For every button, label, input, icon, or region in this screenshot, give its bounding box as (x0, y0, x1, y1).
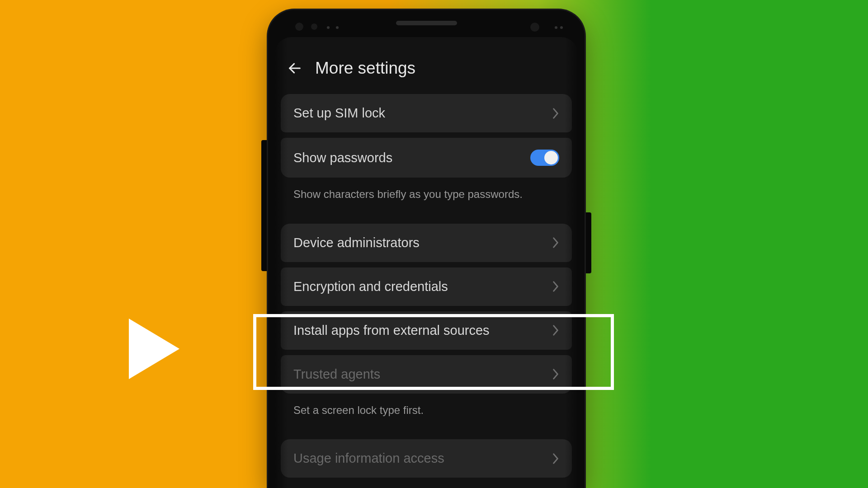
chevron-right-icon (552, 324, 559, 336)
phone-power-button (585, 212, 591, 273)
chevron-right-icon (552, 281, 559, 292)
setting-group: Usage information access (281, 439, 572, 478)
settings-header: More settings (274, 37, 578, 94)
phone-speaker (396, 21, 457, 25)
camera-icon (295, 23, 303, 31)
sensor-icon (560, 26, 563, 29)
setting-encryption-credentials[interactable]: Encryption and credentials (281, 267, 572, 306)
setting-device-administrators[interactable]: Device administrators (281, 224, 572, 262)
setting-group: Set up SIM lock Show passwords Show char… (281, 94, 572, 209)
arrow-left-icon (287, 61, 302, 76)
setting-label: Device administrators (293, 235, 420, 250)
sensor-icon (336, 26, 339, 29)
setting-usage-information-access[interactable]: Usage information access (281, 439, 572, 478)
settings-list: Set up SIM lock Show passwords Show char… (274, 94, 578, 478)
sensor-icon (311, 23, 317, 30)
phone-volume-button (261, 140, 268, 271)
page-title: More settings (315, 59, 415, 78)
toggle-switch[interactable] (530, 150, 559, 166)
setting-label: Encryption and credentials (293, 279, 448, 294)
phone-screen: More settings Set up SIM lock Show passw… (274, 37, 578, 488)
sensor-icon (555, 26, 557, 29)
camera-icon (530, 23, 539, 32)
setting-label: Install apps from external sources (293, 323, 490, 338)
toggle-thumb (544, 151, 558, 164)
chevron-right-icon (552, 237, 559, 249)
setting-trusted-agents[interactable]: Trusted agents (281, 355, 572, 394)
chevron-right-icon (552, 368, 559, 380)
setting-install-external-sources[interactable]: Install apps from external sources (281, 311, 572, 350)
setting-label: Set up SIM lock (293, 106, 385, 121)
setting-sim-lock[interactable]: Set up SIM lock (281, 94, 572, 132)
setting-label: Show passwords (293, 150, 392, 165)
setting-group: Device administrators Encryption and cre… (281, 224, 572, 425)
chevron-right-icon (552, 453, 559, 465)
phone-top-bar (268, 10, 585, 36)
sensor-icon (327, 26, 330, 29)
phone-frame: More settings Set up SIM lock Show passw… (268, 10, 585, 488)
setting-description: Show characters briefly as you type pass… (281, 183, 572, 209)
setting-description: Set a screen lock type first. (281, 399, 572, 425)
setting-label: Trusted agents (293, 367, 380, 382)
play-indicator-icon (129, 319, 179, 379)
chevron-right-icon (552, 108, 559, 119)
setting-label: Usage information access (293, 451, 444, 466)
setting-show-passwords[interactable]: Show passwords (281, 138, 572, 178)
back-button[interactable] (287, 61, 302, 76)
